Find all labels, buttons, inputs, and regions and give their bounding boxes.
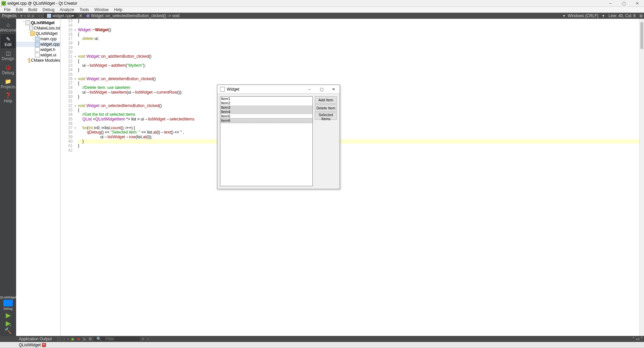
- menu-help[interactable]: Help: [112, 7, 125, 12]
- list-item[interactable]: Item3: [220, 105, 312, 110]
- back-icon[interactable]: ‹: [38, 13, 40, 18]
- run-button[interactable]: ▶: [6, 311, 11, 319]
- tree-node[interactable]: CMakeLists.txt: [16, 26, 60, 31]
- menu-analyze[interactable]: Analyze: [57, 7, 77, 12]
- widget-button-column: Add ItemDelete ItemSelected Items: [315, 96, 337, 186]
- menu-edit[interactable]: Edit: [13, 7, 26, 12]
- output-settings-icon[interactable]: ⬚: [56, 337, 62, 341]
- search-icon: 🔍: [95, 337, 103, 341]
- tree-node[interactable]: widget.cpp: [16, 42, 60, 47]
- add-item-button[interactable]: Add Item: [315, 96, 337, 104]
- titlebar: Qt widget.cpp @ QListWidget - Qt Creator…: [0, 0, 644, 7]
- minimize-button[interactable]: –: [604, 1, 617, 6]
- breadcrumb[interactable]: ⬣ Widget::on_selectedItemsButton_clicked…: [84, 13, 565, 18]
- output-tabs: QListWidget ✕: [0, 342, 644, 348]
- tree-node[interactable]: widget.ui: [16, 52, 60, 58]
- split-h-icon[interactable]: ⧈: [31, 13, 35, 18]
- output-remove-icon[interactable]: −: [145, 337, 151, 341]
- tree-node[interactable]: ˅QListWidget: [16, 20, 60, 26]
- history-nav: ‹ ›: [36, 13, 44, 18]
- tree-node[interactable]: widget.h: [16, 47, 60, 52]
- locator-bar: Projects ▾ ▿ ⧉ ⧈ ‹ › widget.cpp ▾ ✕ ⬣ Wi…: [0, 13, 644, 19]
- widget-title: Widget: [227, 87, 239, 92]
- maximize-button[interactable]: ▢: [617, 1, 631, 6]
- mode-help[interactable]: ❓Help: [1, 91, 15, 105]
- menu-file[interactable]: File: [1, 7, 13, 12]
- function-icon: ⬣: [86, 13, 90, 18]
- kit-selector[interactable]: QListWidget Debug ▶ ▶● 🔨: [0, 296, 16, 335]
- split-icon[interactable]: ⧉: [27, 13, 31, 18]
- list-item[interactable]: Item6: [220, 118, 312, 123]
- code-editor[interactable]: 1314151617181920212223242526272829303132…: [60, 19, 644, 336]
- output-tab-label: QListWidget: [19, 343, 41, 347]
- cursor-pos[interactable]: Line: 40, Col: 6: [606, 13, 638, 18]
- mode-welcome[interactable]: ⌂Welcome: [1, 20, 15, 34]
- output-close-icon[interactable]: ˅: [641, 337, 643, 341]
- forward-icon[interactable]: ›: [40, 13, 43, 18]
- widget-titlebar[interactable]: Widget – ▢ ✕: [217, 85, 340, 94]
- mode-bar: ⌂Welcome✎Edit◫Design🐞Debug📁Projects❓Help…: [0, 19, 16, 336]
- output-maximize-icon[interactable]: ˄: [633, 337, 635, 341]
- output-attach-icon[interactable]: ⇲: [81, 337, 87, 341]
- target-icon: [3, 300, 13, 306]
- menu-tools[interactable]: Tools: [77, 7, 92, 12]
- tree-node[interactable]: ˅QListWidget: [16, 31, 60, 36]
- output-tab-close-icon[interactable]: ✕: [42, 343, 46, 347]
- list-item[interactable]: Item5: [220, 114, 312, 118]
- editor-split-icon[interactable]: ⧉: [638, 13, 644, 18]
- mode-projects[interactable]: 📁Projects: [1, 77, 15, 91]
- sync-icon[interactable]: ▾: [20, 13, 23, 18]
- list-item[interactable]: Item1: [220, 97, 312, 101]
- mode-edit[interactable]: ✎Edit: [1, 34, 15, 48]
- selected-items-button[interactable]: Selected Items: [315, 112, 337, 120]
- filter-icon[interactable]: ▿: [23, 13, 27, 18]
- line-gutter: 1314151617181920212223242526272829303132…: [60, 19, 74, 336]
- output-tab-qlistwidget[interactable]: QListWidget ✕: [16, 343, 49, 347]
- output-next-icon[interactable]: ›: [66, 337, 70, 341]
- mode-design[interactable]: ◫Design: [1, 48, 15, 62]
- delete-item-button[interactable]: Delete Item: [315, 104, 337, 112]
- widget-listwidget[interactable]: Item1Item2Item3Item4Item5Item6: [220, 96, 313, 186]
- code-source[interactable]: } Widget::~Widget(){ delete ui;} void Wi…: [77, 19, 644, 336]
- close-button[interactable]: ✕: [631, 1, 644, 6]
- build-config: Debug: [4, 307, 13, 310]
- menubar: FileEditBuildDebugAnalyzeToolsWindowHelp: [0, 7, 644, 13]
- cpp-file-icon: [47, 14, 51, 18]
- menu-debug[interactable]: Debug: [40, 7, 57, 12]
- widget-close-button[interactable]: ✕: [328, 87, 340, 92]
- breadcrumb-label: Widget::on_selectedItemsButton_clicked()…: [91, 13, 180, 18]
- debug-button[interactable]: ▶●: [6, 319, 11, 327]
- open-file-name: widget.cpp: [52, 13, 72, 18]
- output-gear-icon[interactable]: ⚙: [87, 337, 93, 341]
- build-button[interactable]: 🔨: [4, 327, 12, 335]
- output-prev-icon[interactable]: ‹: [62, 337, 66, 341]
- output-title: Application Output: [16, 337, 54, 341]
- widget-app-icon: [220, 87, 225, 92]
- encoding-label[interactable]: Windows (CRLF): [565, 13, 601, 18]
- filter-placeholder: Filter: [104, 337, 116, 341]
- output-run-icon[interactable]: ▶: [70, 337, 76, 341]
- output-showhide-icon[interactable]: ▭: [636, 337, 640, 341]
- projects-selector[interactable]: Projects: [0, 13, 18, 18]
- project-tree[interactable]: ˅QListWidgetCMakeLists.txt˅QListWidgetma…: [16, 19, 60, 336]
- widget-maximize-button[interactable]: ▢: [315, 87, 328, 92]
- list-item[interactable]: Item4: [220, 110, 312, 114]
- output-add-icon[interactable]: +: [140, 337, 145, 341]
- kit-name: QListWidget: [0, 296, 16, 299]
- mode-debug[interactable]: 🐞Debug: [1, 62, 15, 77]
- widget-app-window[interactable]: Widget – ▢ ✕ Item1Item2Item3Item4Item5It…: [217, 85, 340, 189]
- output-stop-icon[interactable]: ■: [76, 337, 81, 341]
- output-filter[interactable]: 🔍 Filter: [93, 336, 140, 342]
- list-item[interactable]: Item2: [220, 101, 312, 105]
- projects-toolbar: ▾ ▿ ⧉ ⧈: [18, 13, 36, 18]
- open-file-tab[interactable]: widget.cpp ▾: [44, 13, 77, 19]
- menu-build[interactable]: Build: [26, 7, 40, 12]
- tree-node[interactable]: main.cpp: [16, 36, 60, 42]
- menu-window[interactable]: Window: [92, 7, 112, 12]
- window-title: widget.cpp @ QListWidget - Qt Creator: [7, 1, 77, 6]
- widget-minimize-button[interactable]: –: [303, 87, 315, 92]
- fold-gutter[interactable]: ▾▾▾▾▾: [74, 19, 77, 336]
- tab-close-icon[interactable]: ✕: [77, 13, 84, 18]
- editor-scrollbar[interactable]: [639, 19, 644, 336]
- tree-node[interactable]: ˃CMake Modules: [16, 58, 60, 63]
